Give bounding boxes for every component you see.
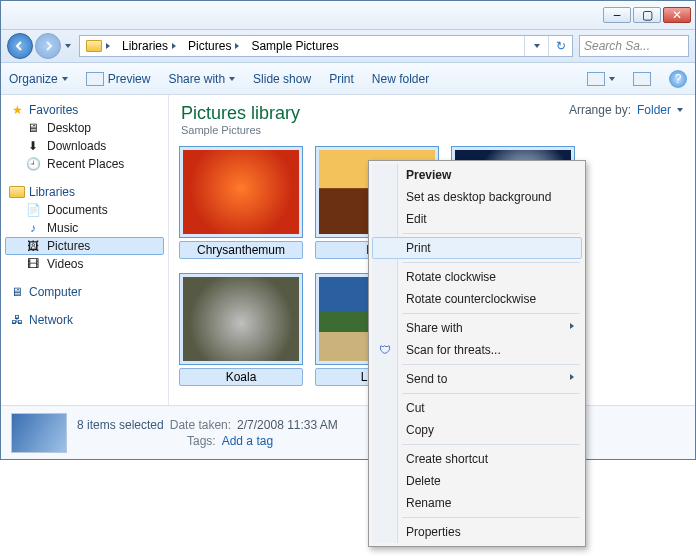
sidebar-item-downloads[interactable]: ⬇Downloads [5, 137, 164, 155]
selection-count: 8 items selected [77, 418, 164, 432]
library-header: Pictures library Sample Pictures Arrange… [169, 95, 695, 140]
network-icon: 🖧 [9, 313, 25, 327]
pane-icon [633, 72, 651, 86]
explorer-window: – ▢ ✕ Libraries Pictures Sample Pictures… [0, 0, 696, 460]
search-input[interactable]: Search Sa... [579, 35, 689, 57]
context-menu-item[interactable]: Create shortcut [372, 448, 582, 470]
pictures-icon: 🖼 [25, 239, 41, 253]
libraries-icon [9, 185, 25, 199]
command-toolbar: Organize Preview Share with Slide show P… [1, 63, 695, 95]
close-icon: ✕ [672, 8, 682, 22]
date-taken-label: Date taken: [170, 418, 231, 432]
sidebar-item-videos[interactable]: 🎞Videos [5, 255, 164, 273]
context-menu-item[interactable]: Copy [372, 419, 582, 441]
library-title: Pictures library [181, 103, 300, 124]
refresh-icon: ↻ [556, 39, 566, 53]
desktop-icon: 🖥 [25, 121, 41, 135]
organize-button[interactable]: Organize [9, 72, 68, 86]
sidebar-item-network[interactable]: 🖧Network [5, 311, 164, 329]
maximize-icon: ▢ [642, 8, 653, 22]
context-menu-item[interactable]: Scan for threats...🛡 [372, 339, 582, 361]
help-button[interactable]: ? [669, 70, 687, 88]
details-pane: 8 items selected Date taken: 2/7/2008 11… [1, 405, 695, 459]
help-icon: ? [675, 72, 682, 86]
computer-icon: 🖥 [9, 285, 25, 299]
sidebar-item-computer[interactable]: 🖥Computer [5, 283, 164, 301]
shield-icon: 🛡 [379, 343, 393, 357]
context-menu-item[interactable]: Share with [372, 317, 582, 339]
music-icon: ♪ [25, 221, 41, 235]
context-menu-item[interactable]: Delete [372, 470, 582, 492]
back-button[interactable] [7, 33, 33, 59]
history-dropdown-icon[interactable] [65, 44, 71, 48]
minimize-icon: – [614, 8, 621, 22]
add-tag-link[interactable]: Add a tag [222, 434, 273, 448]
date-taken-value: 2/7/2008 11:33 AM [237, 418, 338, 432]
recent-icon: 🕘 [25, 157, 41, 171]
sidebar-item-recent[interactable]: 🕘Recent Places [5, 155, 164, 173]
refresh-button[interactable]: ↻ [548, 36, 572, 56]
submenu-arrow-icon [570, 323, 574, 329]
context-menu-item[interactable]: Rename [372, 492, 582, 514]
context-menu-item[interactable]: Set as desktop background [372, 186, 582, 208]
context-menu-item[interactable]: Preview [372, 164, 582, 186]
sidebar-item-music[interactable]: ♪Music [5, 219, 164, 237]
new-folder-button[interactable]: New folder [372, 72, 429, 86]
maximize-button[interactable]: ▢ [633, 7, 661, 23]
thumbnail-item[interactable]: Chrysanthemum [179, 146, 303, 259]
context-menu: PreviewSet as desktop backgroundEditPrin… [368, 160, 586, 547]
share-with-button[interactable]: Share with [168, 72, 235, 86]
context-menu-item[interactable]: Properties [372, 521, 582, 543]
context-menu-item[interactable]: Rotate clockwise [372, 266, 582, 288]
documents-icon: 📄 [25, 203, 41, 217]
thumbnail-caption: Chrysanthemum [179, 241, 303, 259]
details-thumbnail [11, 413, 67, 453]
sidebar-item-desktop[interactable]: 🖥Desktop [5, 119, 164, 137]
videos-icon: 🎞 [25, 257, 41, 271]
library-subtitle: Sample Pictures [181, 124, 300, 136]
preview-icon [86, 72, 104, 86]
context-menu-item[interactable]: Cut [372, 397, 582, 419]
breadcrumb-label: Sample Pictures [251, 39, 338, 53]
close-button[interactable]: ✕ [663, 7, 691, 23]
forward-button[interactable] [35, 33, 61, 59]
navigation-pane: ★Favorites 🖥Desktop ⬇Downloads 🕘Recent P… [1, 95, 169, 405]
thumbnail-item[interactable]: Koala [179, 273, 303, 386]
context-menu-item[interactable]: Edit [372, 208, 582, 230]
sidebar-item-pictures[interactable]: 🖼Pictures [5, 237, 164, 255]
slideshow-button[interactable]: Slide show [253, 72, 311, 86]
breadcrumb-label: Pictures [188, 39, 231, 53]
breadcrumb-segment[interactable]: Libraries [116, 36, 182, 56]
folder-icon [86, 40, 102, 52]
context-menu-item[interactable]: Rotate counterclockwise [372, 288, 582, 310]
minimize-button[interactable]: – [603, 7, 631, 23]
favorites-group[interactable]: ★Favorites [5, 101, 164, 119]
tags-label: Tags: [187, 434, 216, 448]
downloads-icon: ⬇ [25, 139, 41, 153]
chevron-down-icon [677, 108, 683, 112]
context-menu-item[interactable]: Print [372, 237, 582, 259]
context-menu-item[interactable]: Send to [372, 368, 582, 390]
thumbnail-caption: Koala [179, 368, 303, 386]
arrange-label: Arrange by: [569, 103, 631, 117]
preview-pane-button[interactable] [633, 72, 651, 86]
libraries-group[interactable]: Libraries [5, 183, 164, 201]
sidebar-item-documents[interactable]: 📄Documents [5, 201, 164, 219]
star-icon: ★ [9, 103, 25, 117]
address-bar: Libraries Pictures Sample Pictures ↻ Sea… [1, 29, 695, 63]
view-icon [587, 72, 605, 86]
breadcrumb-segment[interactable]: Pictures [182, 36, 245, 56]
body: ★Favorites 🖥Desktop ⬇Downloads 🕘Recent P… [1, 95, 695, 405]
submenu-arrow-icon [570, 374, 574, 380]
breadcrumb[interactable]: Libraries Pictures Sample Pictures ↻ [79, 35, 573, 57]
print-button[interactable]: Print [329, 72, 354, 86]
breadcrumb-segment[interactable]: Sample Pictures [245, 36, 344, 56]
search-placeholder: Search Sa... [584, 39, 650, 53]
breadcrumb-dropdown[interactable] [524, 36, 548, 56]
breadcrumb-label: Libraries [122, 39, 168, 53]
preview-button[interactable]: Preview [86, 72, 151, 86]
arrange-by[interactable]: Arrange by: Folder [569, 103, 683, 117]
view-options-button[interactable] [587, 72, 615, 86]
arrange-value: Folder [637, 103, 671, 117]
titlebar: – ▢ ✕ [1, 1, 695, 29]
